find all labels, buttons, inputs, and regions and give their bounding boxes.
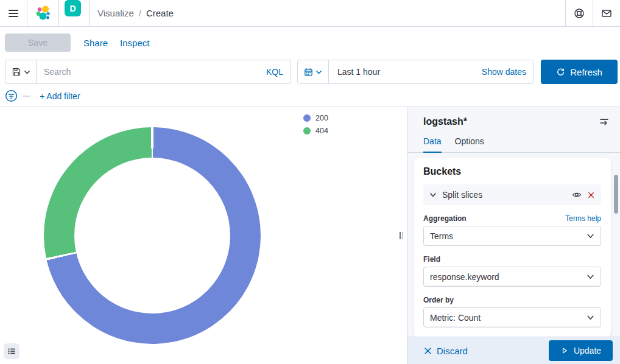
legend-label: 404	[315, 127, 328, 135]
panel-scrollbar[interactable]	[614, 175, 618, 214]
space-avatar[interactable]: D	[65, 0, 81, 16]
chevron-down-icon	[587, 273, 594, 281]
search-group: KQL	[5, 60, 291, 84]
editor-side-panel: logstash* Data Options Buckets	[407, 107, 620, 364]
quick-select-time-button[interactable]	[298, 60, 329, 83]
chart-legend: 200404	[303, 114, 328, 135]
mail-icon	[601, 8, 612, 19]
time-range-value[interactable]: Last 1 hour	[329, 67, 482, 77]
legend-color-dot	[303, 127, 311, 135]
refresh-icon	[556, 68, 565, 77]
kibana-visualize-app: D Visualize / Create	[0, 0, 620, 364]
content: 200404 logstash*	[0, 107, 620, 364]
aggregation-label: Aggregation	[423, 214, 467, 223]
legend-label: 200	[315, 114, 328, 122]
breadcrumb: Visualize / Create	[90, 0, 174, 26]
breadcrumb-visualize[interactable]: Visualize	[97, 8, 134, 18]
close-icon	[423, 346, 432, 355]
legend-toggle-button[interactable]	[4, 343, 19, 359]
order-by-select[interactable]: Metric: Count	[423, 307, 601, 327]
breadcrumb-separator: /	[139, 8, 141, 18]
legend-item[interactable]: 404	[303, 127, 328, 135]
query-bar: KQL Last 1 hour Show dates	[0, 58, 620, 85]
panel-footer: Discard Update	[407, 337, 620, 364]
newsfeed-button[interactable]	[593, 0, 620, 26]
filter-bar-dash	[23, 96, 30, 97]
legend-color-dot	[303, 114, 311, 122]
legend-item[interactable]: 200	[303, 114, 328, 122]
panel-tabs: Data Options	[407, 128, 620, 153]
chevron-down-icon	[315, 69, 322, 75]
field-select[interactable]: response.keyword	[423, 267, 601, 287]
donut-hole	[74, 158, 230, 313]
help-icon	[574, 8, 585, 19]
saved-query-menu-button[interactable]	[5, 60, 37, 83]
chevron-down-icon	[24, 69, 30, 75]
elastic-logo[interactable]	[27, 0, 58, 26]
inspect-button[interactable]: Inspect	[120, 38, 149, 48]
saved-filters-icon[interactable]	[5, 89, 18, 102]
split-slices-label[interactable]: Split slices	[442, 190, 566, 200]
toggle-visibility-button[interactable]	[572, 190, 582, 200]
date-picker-group: Last 1 hour Show dates	[297, 60, 534, 84]
visualization-area: 200404	[0, 107, 407, 364]
show-dates-button[interactable]: Show dates	[482, 67, 534, 77]
filter-bar: + Add filter	[0, 85, 620, 107]
update-button[interactable]: Update	[549, 340, 613, 361]
save-button[interactable]: Save	[5, 33, 71, 52]
tab-options[interactable]: Options	[455, 136, 484, 152]
remove-bucket-button[interactable]	[587, 191, 595, 199]
panel-resize-handle[interactable]	[398, 231, 404, 240]
refresh-button[interactable]: Refresh	[541, 60, 618, 84]
buckets-card: Buckets Split slices	[414, 158, 611, 337]
list-icon	[7, 347, 16, 355]
donut-chart[interactable]	[44, 127, 261, 344]
buckets-section-title: Buckets	[423, 166, 601, 177]
panel-header: logstash*	[407, 107, 620, 128]
close-icon	[587, 191, 595, 199]
header: D Visualize / Create	[0, 0, 620, 27]
share-button[interactable]: Share	[83, 38, 108, 48]
header-right	[565, 0, 620, 26]
menu-button[interactable]	[0, 0, 27, 26]
hamburger-icon	[9, 9, 18, 18]
breadcrumb-create: Create	[146, 8, 174, 18]
chevron-down-icon[interactable]	[429, 191, 437, 198]
chevron-down-icon	[587, 232, 594, 240]
order-by-label: Order by	[423, 296, 454, 304]
eye-icon	[572, 190, 582, 200]
header-divider	[58, 0, 59, 26]
refresh-label: Refresh	[570, 67, 602, 77]
collapse-panel-button[interactable]	[598, 116, 610, 128]
save-query-icon	[12, 67, 21, 77]
index-pattern-title: logstash*	[423, 116, 467, 127]
toolbar: Save Share Inspect	[0, 27, 620, 58]
kql-language-button[interactable]: KQL	[266, 67, 291, 77]
tab-data[interactable]: Data	[423, 136, 442, 153]
field-label: Field	[423, 255, 440, 264]
split-slices-row: Split slices	[423, 184, 601, 205]
search-input[interactable]	[37, 60, 266, 83]
play-icon	[560, 346, 569, 355]
terms-help-link[interactable]: Terms help	[565, 214, 601, 223]
aggregation-select[interactable]: Terms	[423, 226, 601, 246]
chevron-down-icon	[587, 313, 594, 321]
calendar-icon	[304, 68, 313, 77]
add-filter-button[interactable]: + Add filter	[40, 91, 80, 101]
discard-button[interactable]: Discard	[423, 346, 468, 356]
menu-right-icon	[599, 117, 609, 127]
help-button[interactable]	[566, 0, 593, 26]
